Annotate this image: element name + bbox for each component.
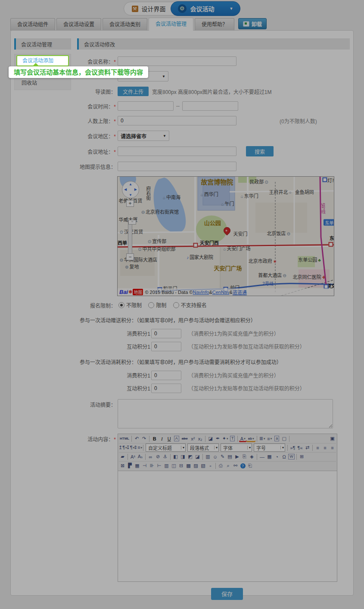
dim-overlay (0, 0, 364, 609)
guide-tooltip: 填写会议活动基本信息，会议资料下载等内容 (9, 66, 148, 78)
guide-tooltip-text: 填写会议活动基本信息，会议资料下载等内容 (14, 69, 143, 76)
sidebar-item-add-activity[interactable]: 会议活动添加 (16, 55, 69, 66)
tooltip-arrow-icon (32, 63, 39, 66)
page: ⚒ 设计界面 ⚙ 会议活动 ▼ 会议活动组件 会议活动设置 会议活动类别 会议活… (0, 0, 364, 609)
